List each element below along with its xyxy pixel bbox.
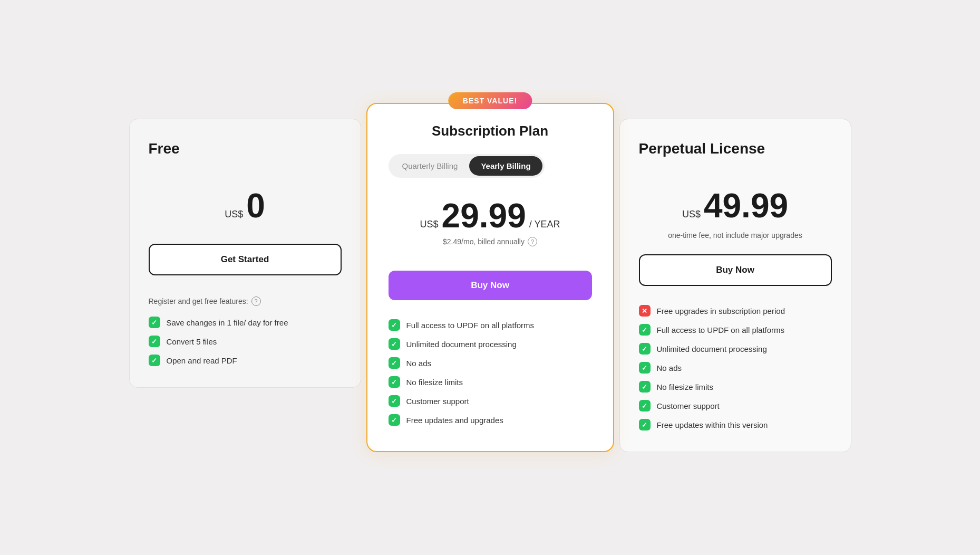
- sub-feature-4: ✓ No filesize limits: [389, 376, 592, 388]
- perp-feature-5: ✓ No filesize limits: [639, 381, 832, 393]
- sub-check-1: ✓: [389, 319, 400, 331]
- sub-feature-3: ✓ No ads: [389, 357, 592, 369]
- perpetual-buy-button[interactable]: Buy Now: [639, 254, 832, 286]
- sub-feature-label-1: Full access to UPDF on all platforms: [406, 321, 535, 330]
- perp-check-4: ✓: [639, 362, 651, 374]
- sub-feature-2: ✓ Unlimited document processing: [389, 338, 592, 350]
- free-feature-2: ✓ Convert 5 files: [149, 336, 342, 347]
- subscription-question-icon[interactable]: ?: [528, 237, 537, 246]
- perp-check-6: ✓: [639, 400, 651, 412]
- subscription-price-period: / YEAR: [529, 219, 560, 230]
- sub-check-2: ✓: [389, 338, 400, 350]
- subscription-features-list: ✓ Full access to UPDF on all platforms ✓…: [389, 319, 592, 426]
- perpetual-price-amount: 49.99: [704, 189, 788, 223]
- sub-feature-label-6: Free updates and upgrades: [406, 416, 503, 425]
- perpetual-features-list: ✕ Free upgrades in subscription period ✓…: [639, 305, 832, 430]
- perp-feature-3: ✓ Unlimited document processing: [639, 343, 832, 355]
- perpetual-price-note: one-time fee, not include major upgrades: [639, 231, 832, 240]
- sub-check-5: ✓: [389, 395, 400, 407]
- perp-check-3: ✓: [639, 343, 651, 355]
- sub-feature-label-4: No filesize limits: [406, 378, 463, 387]
- perp-feature-4: ✓ No ads: [639, 362, 832, 374]
- perpetual-price-currency: US$: [682, 209, 701, 220]
- perp-feature-label-6: Customer support: [657, 401, 720, 410]
- subscription-price-section: US$ 29.99 / YEAR $2.49/mo, billed annual…: [389, 199, 592, 246]
- check-icon-2: ✓: [149, 336, 160, 347]
- perp-feature-1: ✕ Free upgrades in subscription period: [639, 305, 832, 317]
- sub-feature-label-3: No ads: [406, 359, 432, 368]
- perpetual-card-title: Perpetual License: [639, 140, 832, 157]
- free-feature-3: ✓ Open and read PDF: [149, 355, 342, 366]
- subscription-price-display: US$ 29.99 / YEAR: [389, 199, 592, 233]
- free-price-amount: 0: [246, 189, 265, 223]
- sub-feature-6: ✓ Free updates and upgrades: [389, 414, 592, 426]
- subscription-card: BEST VALUE! Subscription Plan Quarterly …: [366, 103, 614, 452]
- perp-check-red-1: ✕: [639, 305, 651, 317]
- free-price-display: US$ 0: [149, 189, 342, 223]
- register-question-icon[interactable]: ?: [251, 296, 261, 306]
- free-card-title: Free: [149, 140, 342, 157]
- perp-check-7: ✓: [639, 419, 651, 430]
- sub-feature-label-5: Customer support: [406, 397, 469, 406]
- perp-feature-label-4: No ads: [657, 363, 682, 372]
- subscription-price-currency: US$: [420, 219, 439, 230]
- free-features-list: ✓ Save changes in 1 file/ day for free ✓…: [149, 317, 342, 366]
- free-feature-label-2: Convert 5 files: [167, 337, 217, 346]
- subscription-price-note: $2.49/mo, billed annually ?: [389, 237, 592, 246]
- subscription-card-title: Subscription Plan: [389, 123, 592, 139]
- perp-feature-7: ✓ Free updates within this version: [639, 419, 832, 430]
- free-feature-1: ✓ Save changes in 1 file/ day for free: [149, 317, 342, 328]
- billing-toggle: Quarterly Billing Yearly Billing: [389, 154, 545, 178]
- perp-feature-label-2: Full access to UPDF on all platforms: [657, 326, 785, 334]
- perp-check-5: ✓: [639, 381, 651, 393]
- perpetual-card: Perpetual License US$ 49.99 one-time fee…: [619, 119, 851, 452]
- perp-check-2: ✓: [639, 324, 651, 336]
- perpetual-price-display: US$ 49.99: [639, 189, 832, 223]
- subscription-buy-button[interactable]: Buy Now: [389, 271, 592, 300]
- perp-feature-6: ✓ Customer support: [639, 400, 832, 412]
- perp-feature-label-3: Unlimited document processing: [657, 345, 767, 353]
- sub-check-6: ✓: [389, 414, 400, 426]
- sub-feature-label-2: Unlimited document processing: [406, 340, 517, 349]
- perp-feature-2: ✓ Full access to UPDF on all platforms: [639, 324, 832, 336]
- quarterly-billing-option[interactable]: Quarterly Billing: [391, 156, 470, 176]
- free-price-currency: US$: [225, 209, 243, 220]
- sub-feature-1: ✓ Full access to UPDF on all platforms: [389, 319, 592, 331]
- sub-feature-5: ✓ Customer support: [389, 395, 592, 407]
- register-note: Register and get free features: ?: [149, 296, 342, 306]
- perpetual-price-section: US$ 49.99: [639, 189, 832, 223]
- sub-check-3: ✓: [389, 357, 400, 369]
- subscription-price-note-text: $2.49/mo, billed annually: [443, 237, 525, 246]
- perp-feature-label-1: Free upgrades in subscription period: [657, 307, 785, 315]
- sub-check-4: ✓: [389, 376, 400, 388]
- free-feature-label-1: Save changes in 1 file/ day for free: [167, 318, 288, 327]
- free-get-started-button[interactable]: Get Started: [149, 244, 342, 275]
- perp-feature-label-7: Free updates within this version: [657, 420, 768, 429]
- free-feature-label-3: Open and read PDF: [167, 356, 237, 365]
- yearly-billing-option[interactable]: Yearly Billing: [469, 156, 542, 176]
- perp-feature-label-5: No filesize limits: [657, 382, 714, 391]
- check-icon-3: ✓: [149, 355, 160, 366]
- pricing-container: Free US$ 0 Get Started Register and get …: [121, 103, 859, 452]
- free-card: Free US$ 0 Get Started Register and get …: [129, 119, 361, 388]
- check-icon-1: ✓: [149, 317, 160, 328]
- register-note-text: Register and get free features:: [149, 297, 248, 305]
- free-price-section: US$ 0: [149, 189, 342, 223]
- best-value-badge: BEST VALUE!: [448, 92, 532, 109]
- subscription-price-amount: 29.99: [442, 199, 526, 233]
